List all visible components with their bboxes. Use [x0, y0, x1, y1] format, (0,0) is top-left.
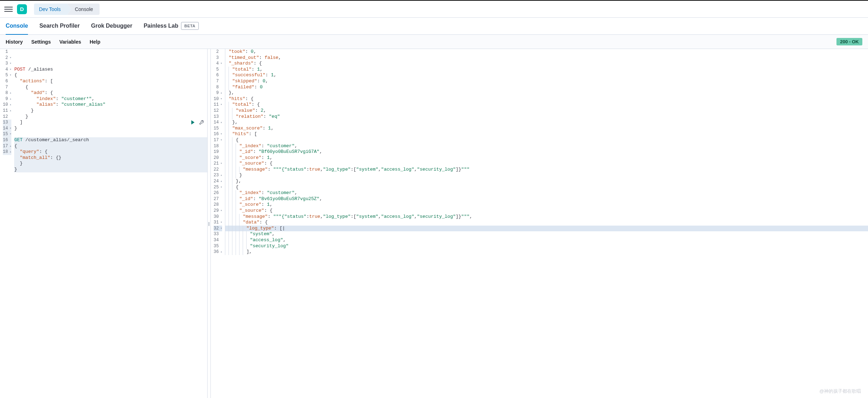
tab-search-profiler[interactable]: Search Profiler: [39, 18, 80, 35]
code-line[interactable]: "successful": 1,: [225, 72, 868, 78]
code-line[interactable]: "failed": 0: [225, 84, 868, 90]
line-number: 18: [214, 143, 222, 149]
code-line[interactable]: {: [225, 184, 868, 190]
code-line[interactable]: "actions": [: [14, 78, 207, 84]
code-line[interactable]: "took": 0,: [225, 49, 868, 55]
line-number: 36▴: [214, 249, 222, 255]
line-number: 16▾: [214, 131, 222, 137]
code-line[interactable]: },: [225, 178, 868, 184]
code-line[interactable]: "data": {: [225, 220, 868, 226]
code-line[interactable]: "add": {: [14, 90, 207, 96]
tab-console[interactable]: Console: [6, 18, 28, 35]
run-request-icon[interactable]: [190, 120, 195, 127]
response-viewer[interactable]: 2 3 4▾5 6 7 8 9▴10▾11▾12 13 14▴15 16▾17▾…: [211, 49, 868, 398]
line-number: 2▾: [3, 55, 11, 61]
line-number: 2: [214, 49, 222, 55]
code-line[interactable]: "total": 1,: [225, 67, 868, 73]
code-line[interactable]: {: [225, 137, 868, 143]
code-line[interactable]: "system",: [225, 231, 868, 237]
code-line[interactable]: }: [14, 167, 207, 173]
tab-grok-debugger[interactable]: Grok Debugger: [91, 18, 132, 35]
code-line[interactable]: },: [225, 90, 868, 96]
code-line[interactable]: "match_all": {}: [14, 155, 207, 161]
code-line[interactable]: "access_log",: [225, 237, 868, 243]
code-line[interactable]: "log_type": [|: [225, 226, 868, 232]
toolbar-link-settings[interactable]: Settings: [31, 39, 51, 45]
line-number: 21▾: [214, 161, 222, 167]
code-line[interactable]: "_score": 1,: [225, 202, 868, 208]
code-line[interactable]: "relation": "eq": [225, 114, 868, 120]
line-number: 26: [214, 190, 222, 196]
code-line[interactable]: "value": 2,: [225, 108, 868, 114]
code-line[interactable]: "query": {: [14, 149, 207, 155]
toolbar-link-history[interactable]: History: [6, 39, 23, 45]
code-line[interactable]: "_source": {: [225, 208, 868, 214]
line-number: 6: [214, 72, 222, 78]
toolbar-link-help[interactable]: Help: [90, 39, 100, 45]
code-line[interactable]: "_score": 1,: [225, 155, 868, 161]
breadcrumb: Dev ToolsConsole: [34, 4, 100, 15]
code-line[interactable]: },: [225, 120, 868, 126]
code-line[interactable]: "_source": {: [225, 161, 868, 167]
line-number: 15: [214, 126, 222, 132]
code-line[interactable]: "_index": "customer",: [225, 190, 868, 196]
line-number: 25▾: [214, 184, 222, 190]
tab-painless-lab[interactable]: Painless LabBETA: [143, 18, 198, 35]
code-line[interactable]: "_id": "Bf60yo0BuEuSR7vgiG7A",: [225, 149, 868, 155]
code-line[interactable]: "alias": "customer_alias": [14, 102, 207, 108]
line-number: 28: [214, 202, 222, 208]
code-line[interactable]: {: [14, 143, 207, 149]
line-number: 4▾: [214, 61, 222, 67]
line-number: 1: [3, 49, 11, 55]
code-line[interactable]: "_index": "customer",: [225, 143, 868, 149]
breadcrumb-item-1[interactable]: Console: [67, 4, 99, 15]
line-number: 30: [214, 214, 222, 220]
code-line[interactable]: "security_log": [225, 243, 868, 249]
code-line[interactable]: }: [225, 172, 868, 178]
line-number: 7: [3, 84, 11, 90]
code-line[interactable]: "message": """{"status":true,"log_type":…: [225, 214, 868, 220]
line-number: 8: [214, 84, 222, 90]
toolbar-link-variables[interactable]: Variables: [59, 39, 81, 45]
code-line[interactable]: "message": """{"status":true,"log_type":…: [225, 167, 868, 173]
code-line[interactable]: "max_score": 1,: [225, 126, 868, 132]
code-line[interactable]: }: [14, 126, 207, 132]
line-number: 11▾: [214, 102, 222, 108]
line-number: 15▾: [3, 131, 11, 137]
code-line[interactable]: ],: [225, 249, 868, 255]
line-number: 18▴: [3, 149, 11, 155]
request-editor[interactable]: 1 2▾3▾4▾5▾6 7 8▴9▴10▴11▴12 13 14▾15▾16 1…: [0, 49, 207, 398]
line-number: 17▾: [214, 137, 222, 143]
breadcrumb-item-0[interactable]: Dev Tools: [34, 4, 67, 15]
code-line[interactable]: "_id": "Bv61yo0BuEuSR7vgu25Z",: [225, 196, 868, 202]
beta-badge: BETA: [181, 22, 198, 30]
code-line[interactable]: POST /_aliases: [14, 67, 207, 73]
code-line[interactable]: "hits": [: [225, 131, 868, 137]
pane-resize-handle[interactable]: ‖: [207, 49, 211, 398]
line-number: 29▾: [214, 208, 222, 214]
code-line[interactable]: }: [14, 161, 207, 167]
code-line[interactable]: {: [14, 84, 207, 90]
request-options-icon[interactable]: [199, 120, 204, 127]
code-line[interactable]: "index": "customer*",: [14, 96, 207, 102]
code-line[interactable]: GET /customer_alias/_search: [14, 137, 207, 143]
response-status-badge: 200 - OK: [836, 38, 862, 45]
line-number: 3▾: [3, 61, 11, 67]
line-number: 32▾: [214, 226, 222, 232]
line-number: 5: [214, 67, 222, 73]
code-line[interactable]: }: [14, 108, 207, 114]
menu-toggle-icon[interactable]: [4, 5, 13, 13]
code-line[interactable]: "_shards": {: [225, 61, 868, 67]
line-number: 31▾: [214, 220, 222, 226]
code-line[interactable]: ]: [14, 120, 207, 126]
app-logo-badge[interactable]: D: [17, 4, 27, 14]
code-line[interactable]: {: [14, 72, 207, 78]
line-number: 10▾: [214, 96, 222, 102]
code-line[interactable]: "hits": {: [225, 96, 868, 102]
code-line[interactable]: "total": {: [225, 102, 868, 108]
line-number: 19: [214, 149, 222, 155]
code-line[interactable]: [14, 131, 207, 137]
code-line[interactable]: "timed_out": false,: [225, 55, 868, 61]
code-line[interactable]: "skipped": 0,: [225, 78, 868, 84]
code-line[interactable]: }: [14, 114, 207, 120]
